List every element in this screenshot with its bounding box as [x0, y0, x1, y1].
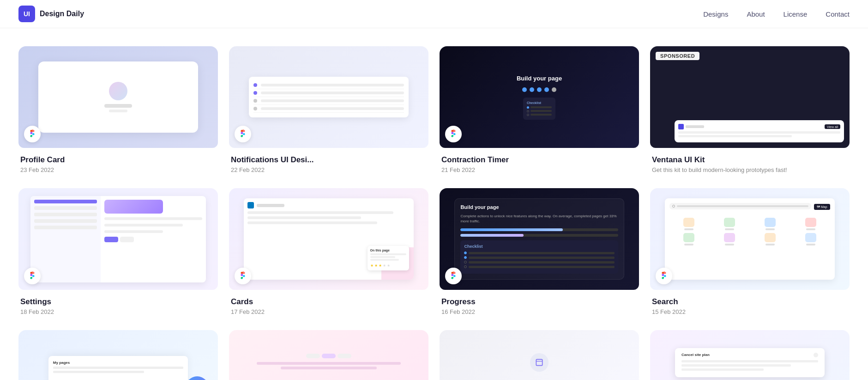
settings-tab — [34, 206, 97, 210]
progress-checklist: Checklist — [460, 240, 618, 274]
travel-icon — [805, 218, 816, 227]
card-body-ventana: Ventana UI Kit Get this kit to build mod… — [650, 148, 850, 177]
card-body-progress: Progress 16 Feb 2022 — [440, 290, 639, 319]
otp-row — [370, 253, 406, 255]
notifications-preview — [249, 77, 409, 117]
modal-row — [681, 360, 818, 362]
otp-row — [370, 259, 399, 261]
card-ventana[interactable]: SPONSORED View all Ventana UI Kit Get th — [650, 46, 850, 177]
nav-license[interactable]: License — [784, 10, 808, 18]
check-dot — [527, 110, 529, 112]
card-notifications[interactable]: Notifications UI Desi... 22 Feb 2022 — [229, 46, 428, 177]
progress-text: Complete actions to unlock nice features… — [460, 214, 618, 224]
card-title-ventana: Ventana UI Kit — [652, 155, 848, 165]
progress-bar-container — [460, 228, 618, 231]
card-cards[interactable]: On this page ★ ★ ★ ★ ★ — [229, 188, 428, 319]
travel-label — [806, 228, 815, 230]
check-bar — [469, 261, 614, 264]
check-dot — [527, 114, 529, 116]
figma-badge-notifications — [235, 126, 251, 142]
nav-designs[interactable]: Designs — [703, 10, 728, 18]
figma-badge-progress — [445, 268, 462, 284]
svg-rect-0 — [536, 359, 542, 365]
profile-name-bar — [104, 104, 132, 108]
card-image-bottom-2 — [229, 330, 428, 380]
view-all-btn: View all — [825, 124, 840, 129]
grid2-icon-4 — [805, 233, 816, 242]
check-row — [527, 106, 552, 109]
card-body-search: Search 15 Feb 2022 — [650, 290, 850, 319]
figma-icon — [449, 129, 458, 140]
card-image-bottom-1: My pages — [18, 330, 218, 380]
check-item — [464, 265, 614, 268]
search-bar-icon — [672, 205, 675, 208]
cards-preview: On this page ★ ★ ★ ★ ★ — [244, 198, 413, 280]
logo[interactable]: UI Design Daily — [18, 6, 84, 22]
settings-right-panel — [101, 196, 206, 282]
notif-bar — [261, 99, 404, 102]
star: ★ — [383, 264, 386, 268]
otp-title: On this page — [370, 249, 406, 252]
notif-dot — [253, 91, 257, 95]
card-body-cards: Cards 17 Feb 2022 — [229, 290, 428, 319]
card-contraction-timer[interactable]: Build your page Checklist — [440, 46, 639, 177]
bottom4-modal-header: Cancel site plan — [681, 353, 818, 357]
dot — [522, 87, 527, 92]
card-progress[interactable]: Build your page Complete actions to unlo… — [440, 188, 639, 319]
grid2-label-1 — [684, 244, 693, 245]
map-button: 🗺 Map — [814, 204, 830, 210]
grid2-icon-1 — [683, 233, 694, 242]
settings-left-panel — [30, 196, 101, 282]
card-image-bottom-4: Cancel site plan — [650, 330, 850, 380]
search-grid-item-property — [711, 218, 748, 230]
settings-tab — [34, 200, 97, 203]
settings-row — [104, 224, 183, 227]
card-bottom-3[interactable] — [440, 330, 639, 380]
card-desc-ventana: Get this kit to build modern-looking pro… — [652, 166, 848, 173]
star: ★ — [374, 264, 378, 268]
contraction-checklist: Checklist — [523, 98, 555, 120]
figma-badge-cards — [235, 268, 251, 284]
bottom1-title: My pages — [53, 361, 183, 365]
check-dot — [464, 261, 467, 264]
card-body-notifications: Notifications UI Desi... 22 Feb 2022 — [229, 148, 428, 177]
ventana-name — [686, 125, 704, 128]
card-date-search: 15 Feb 2022 — [652, 308, 848, 315]
nav-contact[interactable]: Contact — [826, 10, 850, 18]
notif-dot — [253, 99, 257, 103]
search-grid2-item-1 — [669, 233, 707, 245]
card-profile-card[interactable]: Profile Card 23 Feb 2022 — [18, 46, 218, 177]
cancel-modal-title: Cancel site plan — [681, 353, 710, 357]
card-settings[interactable]: Settings 18 Feb 2022 — [18, 188, 218, 319]
check-dot — [464, 256, 467, 259]
card-bottom-1[interactable]: My pages — [18, 330, 218, 380]
property-icon — [724, 218, 735, 227]
nav-about[interactable]: About — [747, 10, 765, 18]
ventana-inner-header: View all — [678, 124, 840, 129]
progress-preview: Build your page Complete actions to unlo… — [454, 198, 624, 280]
star: ★ — [370, 264, 374, 268]
settings-row — [104, 230, 163, 233]
star-row: ★ ★ ★ ★ ★ — [370, 264, 406, 268]
sponsored-badge: SPONSORED — [656, 52, 699, 60]
card-bottom-2[interactable] — [229, 330, 428, 380]
check-dot — [464, 265, 467, 268]
card-image-bottom-3 — [440, 330, 639, 380]
check-dot — [527, 106, 529, 109]
figma-icon — [239, 270, 247, 282]
contraction-panels: Checklist — [523, 98, 555, 120]
card-title-profile-card: Profile Card — [20, 155, 216, 165]
notif-bar — [261, 107, 404, 110]
bar — [678, 135, 792, 137]
card-image-notifications — [229, 46, 428, 148]
grid2-label-4 — [806, 244, 815, 245]
bottom2-bar — [257, 362, 400, 365]
btn-1 — [104, 237, 118, 242]
card-image-contraction: Build your page Checklist — [440, 46, 639, 148]
art-icon — [765, 218, 776, 227]
card-search[interactable]: 🗺 Map — [650, 188, 850, 319]
bottom1-bar — [53, 371, 145, 373]
card-bottom-4[interactable]: Cancel site plan — [650, 330, 850, 380]
ventana-brand — [678, 124, 704, 129]
check-bar — [530, 106, 552, 108]
